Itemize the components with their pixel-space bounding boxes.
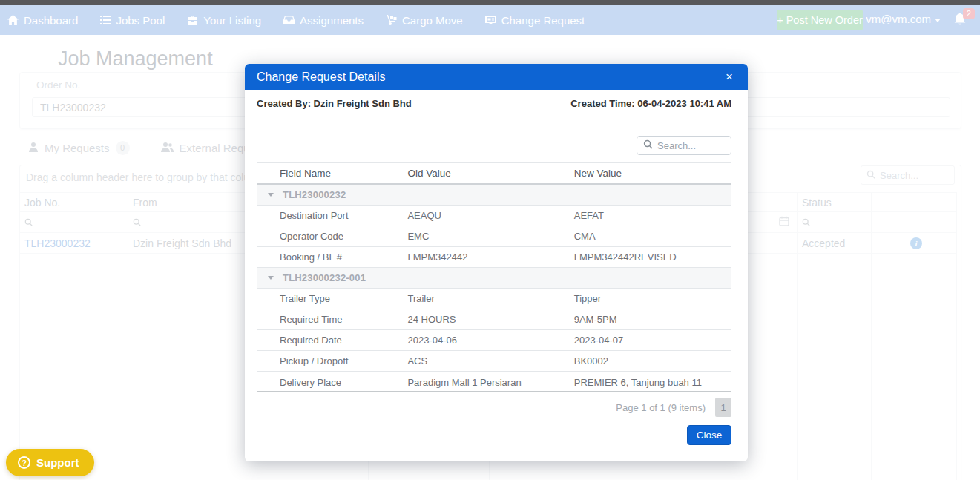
group-id: TLH23000232 [283, 189, 346, 200]
app-window: Dashboard Jobs Pool Your Listing Assignm… [0, 0, 980, 480]
change-table: Field Name Old Value New Value TLH230002… [257, 162, 731, 392]
top-dark-strip [0, 0, 980, 5]
table-row: Booking / BL # LMPM342442 LMPM342442REVI… [257, 247, 731, 268]
group-row[interactable]: TLH23000232-001 [257, 268, 731, 289]
table-row: Destination Port AEAQU AEFAT [257, 206, 731, 226]
table-row: Delivery Place Paradigm Mall 1 Persiaran… [257, 372, 731, 392]
column-header-new-value[interactable]: New Value [565, 163, 731, 183]
support-label: Support [36, 456, 79, 469]
pager: Page 1 of 1 (9 items) 1 [616, 398, 731, 417]
table-row: Required Time 24 HOURS 9AM-5PM [257, 309, 731, 330]
support-button[interactable]: ? Support [6, 449, 94, 476]
question-icon: ? [18, 456, 30, 469]
created-by-text: Created By: Dzin Freight Sdn Bhd [257, 98, 412, 109]
modal-meta-row: Created By: Dzin Freight Sdn Bhd Created… [257, 98, 731, 109]
modal-search-box[interactable] [637, 136, 731, 155]
modal-header: Change Request Details × [245, 64, 748, 90]
collapse-arrow-icon[interactable] [268, 193, 274, 197]
modal-title: Change Request Details [257, 70, 385, 84]
group-row[interactable]: TLH23000232 [257, 185, 731, 206]
created-time-text: Created Time: 06-04-2023 10:41 AM [570, 98, 731, 109]
modal-search-input[interactable] [657, 140, 723, 151]
pager-page-1-button[interactable]: 1 [715, 398, 731, 417]
pager-summary: Page 1 of 1 (9 items) [616, 402, 706, 413]
search-icon [643, 139, 653, 152]
table-row: Operator Code EMC CMA [257, 226, 731, 247]
table-row: Trailer Type Trailer Tipper [257, 289, 731, 309]
change-table-header: Field Name Old Value New Value [257, 163, 731, 185]
change-request-details-modal: Change Request Details × Created By: Dzi… [245, 64, 748, 461]
column-header-old-value[interactable]: Old Value [398, 163, 565, 183]
table-row: Required Date 2023-04-06 2023-04-07 [257, 330, 731, 351]
group-id: TLH23000232-001 [283, 272, 366, 283]
column-header-field-name[interactable]: Field Name [257, 163, 398, 183]
table-row: Pickup / Dropoff ACS BK0002 [257, 351, 731, 372]
collapse-arrow-icon[interactable] [268, 276, 274, 280]
close-icon[interactable]: × [726, 70, 733, 83]
close-button[interactable]: Close [687, 425, 731, 445]
